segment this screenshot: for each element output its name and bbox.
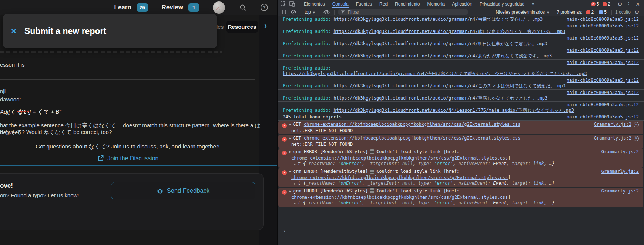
source-location-link[interactable]: main-cb1d8c08009a3aa5.js:12 bbox=[567, 60, 639, 65]
source-location-link[interactable]: Grammarly.js:2 bbox=[594, 135, 631, 141]
audio-url-link[interactable]: https://dk3kgylsgq3k1.cloudfront.net/aud… bbox=[333, 29, 565, 34]
expand-triangle-icon[interactable]: ▶ bbox=[289, 137, 291, 140]
console-error-entry: ✕▶GET chrome-extension://kbfnbcaeplbcioa… bbox=[278, 121, 643, 134]
tab-consola[interactable]: Consola bbox=[329, 0, 352, 8]
avatar[interactable] bbox=[213, 1, 225, 14]
clear-console-icon[interactable] bbox=[289, 9, 298, 16]
extension-css-link[interactable]: chrome-extension://kbfnbcaeplbcioakkpcpg… bbox=[304, 135, 520, 141]
tab-privacidad-y-seguridad[interactable]: Privacidad y seguridad bbox=[476, 0, 528, 8]
problems-issue-counter[interactable]: 2 bbox=[586, 10, 594, 15]
tab-resources[interactable]: Resources bbox=[226, 21, 258, 33]
source-location-link[interactable]: main-cb1d8c08009a3aa5.js:12 bbox=[567, 48, 639, 53]
expand-triangle-icon[interactable]: ▶ bbox=[294, 182, 296, 185]
source-location-link[interactable]: main-cb1d8c08009a3aa5.js:12 bbox=[567, 114, 639, 120]
device-toolbar-icon[interactable] bbox=[288, 1, 296, 7]
tab-rendimiento[interactable]: Rendimiento bbox=[391, 0, 423, 8]
token-brace: { bbox=[303, 161, 306, 166]
log-prefix: Prefetching audio: bbox=[283, 41, 333, 46]
token-plain: : bbox=[397, 161, 402, 166]
extension-css-link[interactable]: chrome-extension://kbfnbcaeplbcioakkpcpg… bbox=[291, 155, 508, 161]
tab-memoria[interactable]: Memoria bbox=[423, 0, 448, 8]
discussion-prompt: Got questions about なくて? Join us to disc… bbox=[0, 143, 255, 151]
extension-css-link[interactable]: chrome-extension://kbfnbcaeplbcioakkpcpg… bbox=[291, 195, 508, 200]
extension-css-link[interactable]: chrome-extension://kbfnbcaeplbcioakkpcpg… bbox=[291, 175, 508, 180]
expand-triangle-icon[interactable]: ▶ bbox=[289, 123, 291, 126]
source-location-link[interactable]: Grammarly.js:2 bbox=[601, 149, 639, 155]
problems-label[interactable]: 7 problemas: bbox=[557, 10, 582, 15]
source-location-link[interactable]: main-cb1d8c08009a3aa5.js:12 bbox=[567, 23, 639, 28]
token-key: type bbox=[418, 200, 429, 205]
source-location-link[interactable]: main-cb1d8c08009a3aa5.js:12 bbox=[567, 36, 639, 41]
grm-error-head: grm ERROR [RenderWithStyles] bbox=[293, 169, 368, 174]
send-feedback-button[interactable]: Send Feedback bbox=[111, 182, 255, 199]
extension-badge-icon[interactable]: ⇅ bbox=[634, 122, 639, 127]
token-plain: , bbox=[544, 161, 549, 166]
devtools-tabs: ElementosConsolaFuentesRedRendimientoMem… bbox=[300, 0, 528, 8]
console-filter[interactable] bbox=[338, 9, 468, 15]
expand-triangle-icon[interactable]: ▶ bbox=[289, 189, 291, 193]
expand-triangle-icon[interactable]: ▶ bbox=[294, 202, 296, 205]
extension-badge-icon[interactable]: ⇅ bbox=[634, 136, 639, 141]
audio-url-link[interactable]: https://dk3kgylsgq3k1.cloudfront.net/aud… bbox=[333, 108, 574, 113]
expand-triangle-icon[interactable]: ▶ bbox=[294, 162, 296, 166]
audio-url-link[interactable]: https://dk3kgylsgq3k1.cloudfront.net/aud… bbox=[333, 83, 565, 88]
search-icon[interactable] bbox=[238, 3, 247, 12]
close-icon[interactable]: × bbox=[11, 27, 16, 36]
console-error-counter[interactable]: ✕ 5 bbox=[591, 1, 599, 7]
tab-aplicación[interactable]: Aplicación bbox=[448, 0, 476, 8]
expand-triangle-icon[interactable]: ▶ bbox=[289, 150, 291, 154]
audio-url-link[interactable]: https://dk3kgylsgq3k1.cloudfront.net/aud… bbox=[283, 71, 587, 76]
tab-examples-clipped[interactable]: les bbox=[217, 24, 224, 30]
site-header: Learn 26 Review 1 ? bbox=[0, 0, 277, 15]
token-plain: : bbox=[397, 181, 402, 186]
audio-url-link[interactable]: https://dk3kgylsgq3k1.cloudfront.net/aud… bbox=[333, 41, 547, 46]
context-selector[interactable]: top▼ bbox=[305, 10, 316, 15]
console-error-entry: ✕▶grm ERROR [RenderWithStyles]Couldn't l… bbox=[278, 168, 643, 187]
issues-counter[interactable]: 2 bbox=[603, 1, 610, 7]
chevron-right-icon[interactable]: › bbox=[264, 21, 267, 31]
source-location-link[interactable]: main-cb1d8c08009a3aa5.js:12 bbox=[567, 17, 639, 22]
audio-url-link[interactable]: https://dk3kgylsgq3k1.cloudfront.net/aud… bbox=[333, 53, 552, 58]
source-location-link[interactable]: Grammarly.js:2 bbox=[601, 188, 639, 194]
learn-count-badge[interactable]: 26 bbox=[137, 3, 148, 12]
struck-text: ない bbox=[17, 108, 29, 115]
issue-red-icon bbox=[586, 10, 590, 14]
audio-url-link[interactable]: https://dk3kgylsgq3k1.cloudfront.net/aud… bbox=[333, 17, 543, 22]
expand-triangle-icon[interactable]: ▶ bbox=[289, 170, 291, 173]
token-plain: t bbox=[298, 161, 303, 166]
hidden-messages-label[interactable]: 1 oculto bbox=[615, 10, 631, 15]
review-count-badge[interactable]: 1 bbox=[188, 3, 199, 12]
source-location-link[interactable]: Grammarly.js:2 bbox=[601, 169, 639, 174]
tab-fuentes[interactable]: Fuentes bbox=[352, 0, 376, 8]
console-toolbar: top▼ Niveles predeterminados▼ 7 problema… bbox=[278, 8, 644, 16]
token-string: 'error' bbox=[434, 200, 453, 205]
extension-css-link[interactable]: chrome-extension://kbfnbcaeplbcioakkpcpg… bbox=[304, 122, 520, 127]
tab-elementos[interactable]: Elementos bbox=[300, 0, 329, 8]
problems-info-counter[interactable]: 5 bbox=[599, 10, 607, 15]
filter-input[interactable] bbox=[347, 9, 465, 15]
source-location-link[interactable]: Grammarly.js:2 bbox=[594, 122, 631, 127]
close-devtools-icon[interactable]: ✕ bbox=[634, 1, 642, 7]
source-location-link[interactable]: main-cb1d8c08009a3aa5.js:12 bbox=[567, 78, 639, 83]
log-levels-dropdown[interactable]: Niveles predeterminados▼ bbox=[496, 10, 550, 15]
tab-red[interactable]: Red bbox=[376, 0, 391, 8]
error-circle-icon: ✕ bbox=[282, 137, 287, 142]
source-location-link[interactable]: main-cb1d8c08009a3aa5.js:12 bbox=[567, 102, 639, 107]
kebab-menu-icon[interactable]: ⋮ bbox=[625, 1, 633, 7]
audio-url-link[interactable]: https://dk3kgylsgq3k1.cloudfront.net/aud… bbox=[333, 95, 547, 101]
token-plain: : bbox=[333, 161, 338, 166]
console-settings-gear-icon[interactable]: ⚙ bbox=[633, 9, 641, 16]
more-tabs-icon[interactable]: » bbox=[529, 1, 537, 7]
eye-icon[interactable] bbox=[323, 9, 331, 16]
settings-gear-icon[interactable]: ⚙ bbox=[616, 1, 624, 7]
console-sidebar-icon[interactable] bbox=[279, 9, 287, 16]
inspect-element-icon[interactable] bbox=[279, 1, 287, 7]
token-plain: : bbox=[528, 161, 533, 166]
help-icon[interactable]: ? bbox=[261, 4, 268, 11]
learn-link[interactable]: Learn bbox=[114, 4, 131, 11]
source-location-link[interactable]: main-cb1d8c08009a3aa5.js:12 bbox=[567, 90, 639, 95]
join-discussion-button[interactable]: Join the Discussion bbox=[0, 151, 277, 166]
token-brace: } bbox=[552, 200, 554, 205]
review-link[interactable]: Review bbox=[161, 4, 183, 11]
console-prompt[interactable]: › bbox=[278, 228, 644, 234]
